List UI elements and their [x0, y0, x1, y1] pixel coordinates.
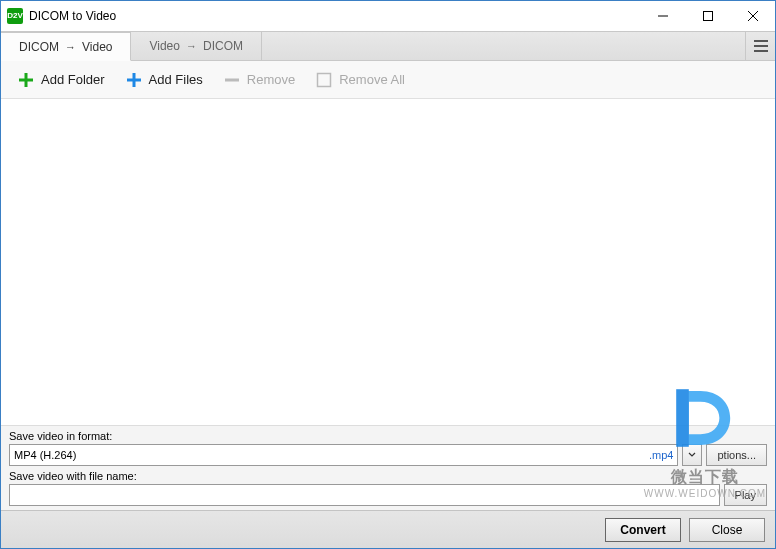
add-files-button[interactable]: Add Files — [117, 67, 211, 93]
close-label: Close — [712, 523, 743, 537]
play-label: Play — [735, 489, 756, 501]
remove-label: Remove — [247, 72, 295, 87]
file-list-area — [1, 99, 775, 425]
format-dropdown-button[interactable] — [682, 444, 702, 466]
tab-label-b: DICOM — [203, 39, 243, 53]
plus-icon — [125, 71, 143, 89]
maximize-button[interactable] — [685, 1, 730, 31]
convert-label: Convert — [620, 523, 665, 537]
tab-bar: DICOM → Video Video → DICOM — [1, 31, 775, 61]
options-label: ptions... — [717, 449, 756, 461]
square-icon — [315, 71, 333, 89]
tab-label-b: Video — [82, 40, 112, 54]
arrow-right-icon: → — [186, 40, 197, 52]
options-button[interactable]: ptions... — [706, 444, 767, 466]
tab-label-a: DICOM — [19, 40, 59, 54]
output-settings: Save video in format: MP4 (H.264) .mp4 p… — [1, 425, 775, 510]
window-title: DICOM to Video — [29, 9, 640, 23]
convert-button[interactable]: Convert — [605, 518, 681, 542]
add-files-label: Add Files — [149, 72, 203, 87]
minus-icon — [223, 71, 241, 89]
tab-video-to-dicom[interactable]: Video → DICOM — [131, 32, 261, 60]
footer: Convert Close — [1, 510, 775, 548]
add-folder-label: Add Folder — [41, 72, 105, 87]
close-app-button[interactable]: Close — [689, 518, 765, 542]
toolbar: Add Folder Add Files Remove Remove All — [1, 61, 775, 99]
close-button[interactable] — [730, 1, 775, 31]
format-label: Save video in format: — [9, 430, 767, 442]
chevron-down-icon — [688, 452, 696, 458]
remove-button[interactable]: Remove — [215, 67, 303, 93]
filename-label: Save video with file name: — [9, 470, 767, 482]
format-select[interactable]: MP4 (H.264) .mp4 — [9, 444, 678, 466]
remove-all-label: Remove All — [339, 72, 405, 87]
add-folder-button[interactable]: Add Folder — [9, 67, 113, 93]
arrow-right-icon: → — [65, 41, 76, 53]
plus-icon — [17, 71, 35, 89]
tab-dicom-to-video[interactable]: DICOM → Video — [1, 32, 131, 61]
format-extension: .mp4 — [649, 449, 673, 461]
minimize-button[interactable] — [640, 1, 685, 31]
svg-rect-1 — [703, 11, 712, 20]
format-value: MP4 (H.264) — [14, 449, 76, 461]
tab-spacer — [262, 32, 745, 60]
svg-rect-12 — [318, 73, 331, 86]
hamburger-icon — [753, 40, 769, 52]
titlebar: D2V DICOM to Video — [1, 1, 775, 31]
tab-label-a: Video — [149, 39, 179, 53]
remove-all-button[interactable]: Remove All — [307, 67, 413, 93]
app-icon: D2V — [7, 8, 23, 24]
filename-input[interactable] — [9, 484, 720, 506]
play-button[interactable]: Play — [724, 484, 767, 506]
menu-button[interactable] — [745, 32, 775, 60]
